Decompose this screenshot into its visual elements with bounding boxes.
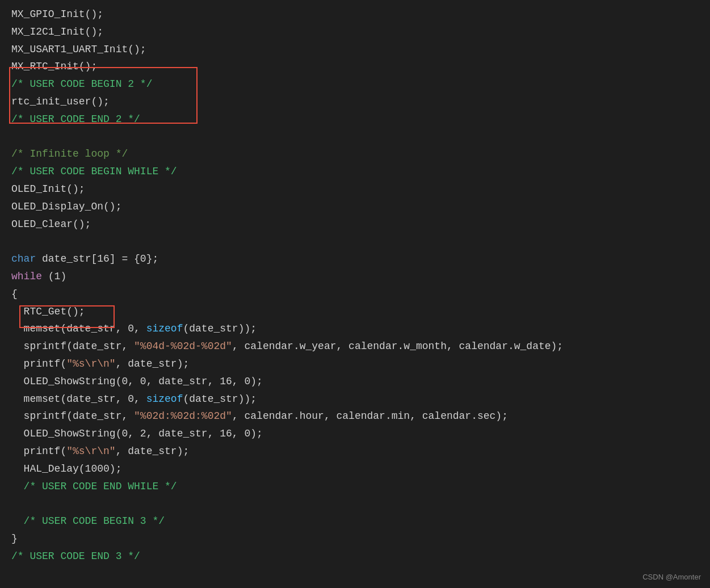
code-line-5: /* USER CODE BEGIN 2 */ (11, 75, 699, 93)
code-line-6: rtc_init_user(); (11, 93, 699, 111)
code-editor: MX_GPIO_Init(); MX_I2C1_Init(); MX_USART… (0, 0, 710, 571)
code-line-16: while (1) (11, 268, 699, 285)
code-line-14 (11, 233, 699, 250)
watermark: CSDN @Amonter (642, 573, 701, 581)
code-line-1: MX_GPIO_Init(); (11, 6, 699, 23)
code-line-32: /* USER CODE END 3 */ (11, 548, 699, 565)
code-line-2: MX_I2C1_Init(); (11, 23, 699, 41)
code-line-13: OLED_Clear(); (11, 216, 699, 233)
code-line-24: sprintf(date_str, "%02d:%02d:%02d", cale… (11, 408, 699, 425)
code-line-30: /* USER CODE BEGIN 3 */ (11, 513, 699, 530)
code-line-22: OLED_ShowString(0, 0, date_str, 16, 0); (11, 373, 699, 390)
code-line-31: } (11, 530, 699, 548)
code-line-27: HAL_Delay(1000); (11, 460, 699, 478)
code-line-25: OLED_ShowString(0, 2, date_str, 16, 0); (11, 425, 699, 443)
code-line-19: memset(date_str, 0, sizeof(date_str)); (11, 320, 699, 338)
code-line-29 (11, 495, 699, 513)
code-line-18: RTC_Get(); (11, 303, 699, 321)
code-line-3: MX_USART1_UART_Init(); (11, 41, 699, 58)
code-line-23: memset(date_str, 0, sizeof(date_str)); (11, 390, 699, 408)
code-line-4: MX_RTC_Init(); (11, 58, 699, 75)
code-line-17: { (11, 285, 699, 303)
code-line-26: printf("%s\r\n", date_str); (11, 443, 699, 460)
code-line-8 (11, 128, 699, 146)
code-line-10: /* USER CODE BEGIN WHILE */ (11, 163, 699, 180)
code-line-15: char date_str[16] = {0}; (11, 250, 699, 268)
code-line-20: sprintf(date_str, "%04d-%02d-%02d", cale… (11, 338, 699, 355)
code-line-28: /* USER CODE END WHILE */ (11, 478, 699, 495)
code-line-9: /* Infinite loop */ (11, 145, 699, 163)
code-line-12: OLED_Display_On(); (11, 198, 699, 216)
code-line-7: /* USER CODE END 2 */ (11, 111, 699, 128)
code-line-11: OLED_Init(); (11, 180, 699, 198)
code-line-21: printf("%s\r\n", date_str); (11, 355, 699, 373)
